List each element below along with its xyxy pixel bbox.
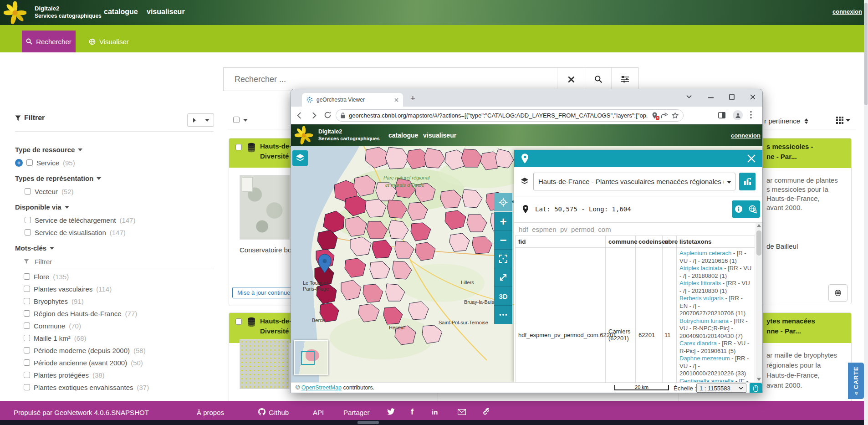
card-checkbox[interactable]: [235, 318, 242, 325]
zoom-in-button[interactable]: +: [494, 212, 512, 230]
filter-expand-button[interactable]: [187, 113, 201, 127]
omnibox[interactable]: georchestra.cbnbl.org/mapstore/#/?action…: [336, 109, 684, 122]
tab-visualiser[interactable]: Visualiser: [89, 31, 143, 52]
carte-side-tab[interactable]: « CARTE: [848, 363, 864, 399]
taxon-link[interactable]: Daphne mezereum: [679, 355, 730, 362]
card-thumbnail[interactable]: [240, 175, 290, 240]
filter-collapse-button[interactable]: [200, 113, 214, 127]
facet-item-service[interactable]: + Service (95): [15, 158, 75, 167]
service-checkbox[interactable]: [26, 159, 33, 166]
window-maximize-icon[interactable]: [729, 94, 735, 100]
footer-link-share[interactable]: Partager: [343, 409, 370, 416]
new-tab-button[interactable]: +: [410, 94, 415, 102]
keyword-checkbox[interactable]: [24, 310, 30, 317]
keyword-item[interactable]: Plantes exotiques envahissantes(37): [24, 383, 149, 392]
overview-minimap[interactable]: [294, 340, 328, 375]
nav-visualiseur[interactable]: visualiseur: [147, 8, 185, 16]
tab-rechercher[interactable]: Rechercher: [22, 31, 76, 52]
col-header-codeinsee[interactable]: codeinsee: [636, 236, 663, 247]
location-blocked-icon[interactable]: ×: [652, 112, 658, 119]
more-tools-button[interactable]: [494, 305, 512, 324]
scrollbar-thumb[interactable]: [357, 421, 379, 424]
mouse-position-button[interactable]: [750, 383, 762, 393]
facet-heading-representation[interactable]: Types de représentation: [15, 174, 101, 182]
globe-search-icon[interactable]: [749, 205, 757, 214]
horizontal-scrollbar[interactable]: [0, 420, 864, 425]
email-icon[interactable]: [458, 409, 466, 415]
keyword-item[interactable]: Flore(135): [24, 272, 69, 281]
keyword-checkbox[interactable]: [24, 372, 30, 378]
view-mode-button[interactable]: [836, 117, 850, 124]
side-panel-icon[interactable]: [718, 112, 725, 118]
scrollbar-thumb[interactable]: [756, 230, 761, 256]
linkedin-icon[interactable]: in: [432, 408, 438, 416]
col-header-listetaxons[interactable]: listetaxons: [677, 236, 755, 247]
brand-logo-flower-icon[interactable]: [4, 1, 26, 24]
keyword-checkbox[interactable]: [24, 273, 30, 280]
3d-mode-button[interactable]: 3D: [494, 287, 512, 305]
extent-arrow-button[interactable]: [494, 268, 512, 287]
taxon-link[interactable]: Carex diandra: [679, 340, 717, 347]
taxon-link[interactable]: Berberis vulgaris: [679, 295, 724, 302]
col-header-fid[interactable]: fid: [516, 236, 606, 247]
facet-item-view[interactable]: Service de visualisation (147): [25, 228, 126, 237]
url-text[interactable]: georchestra.cbnbl.org/mapstore/#/?action…: [349, 112, 648, 119]
keyword-item[interactable]: Plantes vasculaires(114): [24, 284, 112, 293]
keyword-checkbox[interactable]: [24, 323, 30, 329]
facet-heading-dispo[interactable]: Disponible via: [15, 203, 69, 211]
vertical-scrollbar[interactable]: [864, 0, 868, 425]
panel-scrollbar[interactable]: [756, 223, 762, 382]
update-badge[interactable]: Mise à jour continue: [232, 287, 295, 298]
taxon-link[interactable]: Botrychium lunaria: [679, 317, 729, 324]
add-facet-icon[interactable]: +: [15, 159, 23, 167]
window-minimize-icon[interactable]: [708, 97, 714, 98]
bookmark-star-icon[interactable]: [672, 112, 679, 119]
forward-icon[interactable]: [310, 112, 318, 119]
footer-link-about[interactable]: À propos: [197, 409, 224, 416]
keyword-checkbox[interactable]: [24, 384, 30, 390]
keyword-item[interactable]: Période moderne (depuis 2000)(58): [24, 346, 146, 355]
download-checkbox[interactable]: [25, 217, 31, 223]
info-icon[interactable]: [735, 205, 743, 213]
login-link[interactable]: connexion: [832, 8, 862, 15]
nav-catalogue[interactable]: catalogue: [104, 8, 138, 16]
browser-menu-dots-icon[interactable]: [750, 111, 752, 119]
search-settings-button[interactable]: [611, 68, 638, 91]
taxon-link[interactable]: Atriplex littoralis: [679, 280, 721, 287]
facet-item-vecteur[interactable]: Vecteur (52): [25, 187, 74, 196]
scrollbar-thumb[interactable]: [864, 3, 868, 105]
profile-avatar[interactable]: [733, 110, 743, 120]
tab-close-icon[interactable]: [394, 98, 398, 102]
taxon-link[interactable]: Asplenium ceterach: [679, 250, 731, 256]
taxon-link[interactable]: Gentianella amarella: [679, 378, 734, 383]
scroll-up-icon[interactable]: [757, 224, 761, 227]
osm-link[interactable]: OpenStreetMap: [301, 384, 342, 391]
footer-link-api[interactable]: API: [313, 409, 324, 416]
reload-icon[interactable]: [324, 111, 332, 119]
keyword-checkbox[interactable]: [24, 286, 30, 292]
keyword-checkbox[interactable]: [24, 347, 30, 353]
fullscreen-button[interactable]: [494, 249, 512, 268]
search-input[interactable]: [224, 68, 557, 91]
keyword-item[interactable]: Maille 1 km²(68): [24, 333, 87, 343]
scale-select[interactable]: 1 : 1155583: [696, 384, 746, 393]
taxon-link[interactable]: Atriplex laciniata: [679, 265, 723, 271]
col-header-nbre[interactable]: nbre: [663, 236, 677, 247]
select-all-checkbox[interactable]: [233, 117, 240, 125]
table-row[interactable]: hdf_espmen_pv_permod_com.62201 Camiers (…: [515, 247, 755, 382]
facebook-icon[interactable]: f: [411, 407, 414, 417]
vecteur-checkbox[interactable]: [25, 188, 31, 195]
geolocate-button[interactable]: [494, 193, 512, 211]
zoom-out-button[interactable]: −: [494, 230, 512, 249]
nav-catalogue[interactable]: catalogue: [388, 132, 418, 139]
select-all-caret-icon[interactable]: [243, 119, 248, 122]
col-header-commune[interactable]: commune: [606, 236, 636, 247]
login-link[interactable]: connexion: [731, 132, 761, 139]
facet-heading-type[interactable]: Type de ressource: [15, 146, 82, 154]
back-icon[interactable]: [296, 112, 303, 119]
layer-select[interactable]: Hauts-de-France - Plantes vasculaires me…: [533, 173, 735, 190]
keyword-item[interactable]: Période ancienne (avant 2000)(50): [24, 358, 143, 367]
identify-close-icon[interactable]: [746, 154, 756, 164]
search-submit-button[interactable]: [585, 68, 611, 91]
facet-heading-keywords[interactable]: Mots-clés: [15, 244, 54, 252]
